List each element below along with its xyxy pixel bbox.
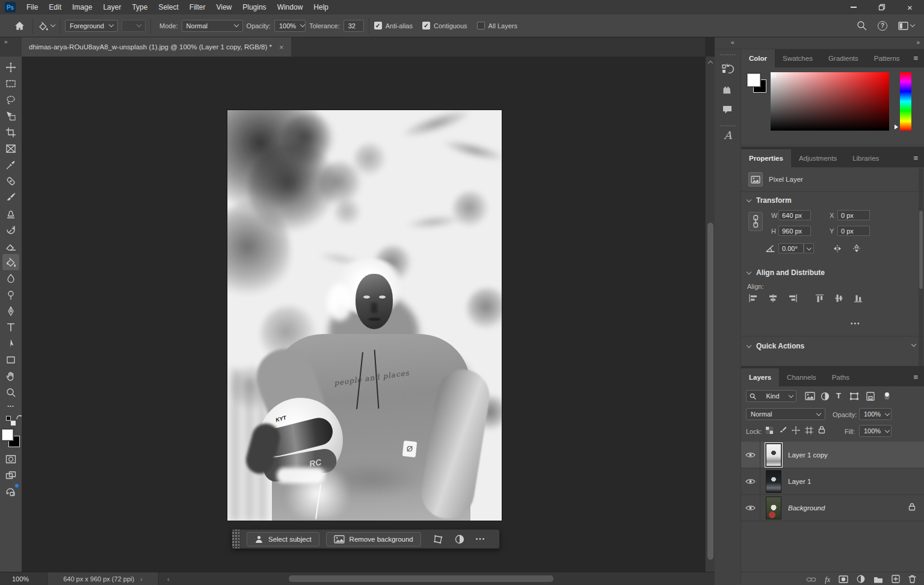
search-icon[interactable] <box>857 20 867 31</box>
layer-thumbnail[interactable] <box>766 470 781 493</box>
blur-tool[interactable] <box>2 270 19 286</box>
opacity-dropdown[interactable]: 100% <box>274 20 306 32</box>
align-section-header[interactable]: Align and Distribute <box>747 268 825 277</box>
edit-toolbar-button[interactable]: ••• <box>2 400 19 411</box>
default-colors-icon[interactable] <box>6 416 16 426</box>
rotate-angle-input[interactable]: 0.00° <box>778 243 804 253</box>
document-image[interactable]: people and places Ø KYT RC <box>227 110 502 521</box>
dodge-tool[interactable] <box>2 286 19 303</box>
restore-button[interactable] <box>867 0 896 14</box>
align-horizontal-center-button[interactable] <box>768 294 778 305</box>
quick-actions-section-header[interactable]: Quick Actions <box>747 342 804 350</box>
home-button[interactable] <box>11 17 28 34</box>
all-layers-checkbox[interactable]: All Layers <box>477 22 517 29</box>
more-options-icon[interactable]: ••• <box>476 536 486 542</box>
spot-healing-brush-tool[interactable] <box>2 173 19 189</box>
filter-type-layers-icon[interactable]: T <box>836 391 841 400</box>
menu-layer[interactable]: Layer <box>97 0 126 14</box>
adjustments-icon[interactable] <box>455 534 464 544</box>
remove-background-button[interactable]: Remove background <box>326 532 421 546</box>
history-brush-tool[interactable] <box>2 221 19 238</box>
tab-paths[interactable]: Paths <box>824 368 857 386</box>
quick-mask-button[interactable] <box>2 451 19 467</box>
zoom-level[interactable]: 100% <box>0 575 47 583</box>
fill-source-dropdown[interactable]: Foreground <box>65 20 118 32</box>
eraser-tool[interactable] <box>2 238 19 254</box>
tab-libraries[interactable]: Libraries <box>845 149 887 167</box>
foreground-background-colors[interactable] <box>2 429 20 447</box>
lasso-tool[interactable] <box>2 91 19 108</box>
visibility-toggle[interactable] <box>741 442 760 468</box>
tab-color[interactable]: Color <box>741 49 775 67</box>
hue-slider-marker[interactable] <box>895 125 898 129</box>
foreground-color-swatch[interactable] <box>747 73 760 87</box>
delete-layer-icon[interactable] <box>908 575 916 585</box>
hand-tool[interactable] <box>2 368 19 384</box>
tab-gradients[interactable]: Gradients <box>821 49 866 67</box>
libraries-panel-icon[interactable] <box>715 84 741 95</box>
align-right-button[interactable] <box>787 294 798 305</box>
tab-adjustments[interactable]: Adjustments <box>791 149 845 167</box>
canvas-horizontal-scrollbar[interactable] <box>289 575 553 582</box>
layer-row-layer-1-copy[interactable]: Layer 1 copy <box>741 442 924 468</box>
workspace-switcher[interactable] <box>898 22 914 30</box>
menu-view[interactable]: View <box>211 0 237 14</box>
layer-opacity-dropdown[interactable]: 100% <box>859 408 892 420</box>
y-input[interactable]: 0 px <box>837 226 870 236</box>
properties-scrollbar[interactable] <box>919 169 923 366</box>
lock-position-icon[interactable] <box>792 426 800 436</box>
filter-shape-layers-icon[interactable] <box>849 392 859 403</box>
share-image-button[interactable] <box>2 483 19 500</box>
menu-plugins[interactable]: Plugins <box>237 0 271 14</box>
x-input[interactable]: 0 px <box>837 210 870 220</box>
character-panel-icon[interactable]: A <box>715 129 741 141</box>
foreground-color-swatch[interactable] <box>2 429 13 441</box>
tab-swatches[interactable]: Swatches <box>775 49 821 67</box>
lock-all-icon[interactable] <box>818 426 825 436</box>
anti-alias-checkbox[interactable]: ✓ Anti-alias <box>374 22 413 29</box>
align-left-button[interactable] <box>748 294 759 305</box>
flip-horizontal-icon[interactable] <box>833 244 842 255</box>
menu-window[interactable]: Window <box>272 0 309 14</box>
canvas-vertical-scrollbar[interactable] <box>705 57 715 572</box>
width-input[interactable]: 640 px <box>778 210 811 220</box>
filter-smart-objects-icon[interactable] <box>866 392 875 403</box>
layer-row-layer-1[interactable]: Layer 1 <box>741 468 924 495</box>
layer-thumbnail[interactable] <box>766 444 781 466</box>
chevron-left-icon[interactable]: ‹ <box>167 575 170 583</box>
add-mask-icon[interactable] <box>839 575 848 585</box>
height-input[interactable]: 960 px <box>778 226 811 236</box>
pattern-picker-dropdown[interactable] <box>122 20 146 32</box>
tab-close-icon[interactable]: × <box>279 43 284 52</box>
panel-menu-icon[interactable]: ≡ <box>907 149 924 167</box>
canvas-area[interactable]: people and places Ø KYT RC Select subjec… <box>22 57 705 572</box>
document-tab[interactable]: dhimas-arya-ROuU8ayA8_w-unsplash (1).jpg… <box>22 37 291 57</box>
filter-kind-dropdown[interactable]: Kind <box>746 390 796 402</box>
tolerance-input[interactable]: 32 <box>343 20 364 32</box>
type-tool[interactable] <box>2 319 19 335</box>
tab-properties[interactable]: Properties <box>741 149 791 167</box>
toolbar-collapse-button[interactable]: » <box>0 37 22 57</box>
menu-edit[interactable]: Edit <box>43 0 67 14</box>
layer-style-icon[interactable]: fx <box>825 575 830 584</box>
eyedropper-tool[interactable] <box>2 156 19 173</box>
collapse-panels-icon[interactable]: « <box>731 39 735 46</box>
pen-tool[interactable] <box>2 303 19 319</box>
document-info[interactable]: 640 px x 960 px (72 ppi) › <box>47 572 159 585</box>
chevron-right-icon[interactable]: › <box>140 575 143 583</box>
frame-tool[interactable] <box>2 140 19 156</box>
select-subject-button[interactable]: Select subject <box>247 532 319 546</box>
menu-type[interactable]: Type <box>126 0 153 14</box>
rectangle-tool[interactable] <box>2 351 19 368</box>
close-button[interactable]: × <box>896 0 924 14</box>
lock-pixels-icon[interactable] <box>778 426 787 436</box>
adjustment-layer-icon[interactable] <box>857 575 865 585</box>
task-bar-drag-handle[interactable] <box>232 530 240 548</box>
align-top-button[interactable] <box>815 294 825 305</box>
layer-row-background[interactable]: Background <box>741 495 924 521</box>
tool-preset-button[interactable] <box>38 21 55 31</box>
visibility-toggle[interactable] <box>741 468 760 495</box>
contiguous-checkbox[interactable]: ✓ Contiguous <box>422 22 467 29</box>
layer-lock-icon[interactable] <box>908 503 916 513</box>
scrollbar-thumb[interactable] <box>707 223 713 560</box>
